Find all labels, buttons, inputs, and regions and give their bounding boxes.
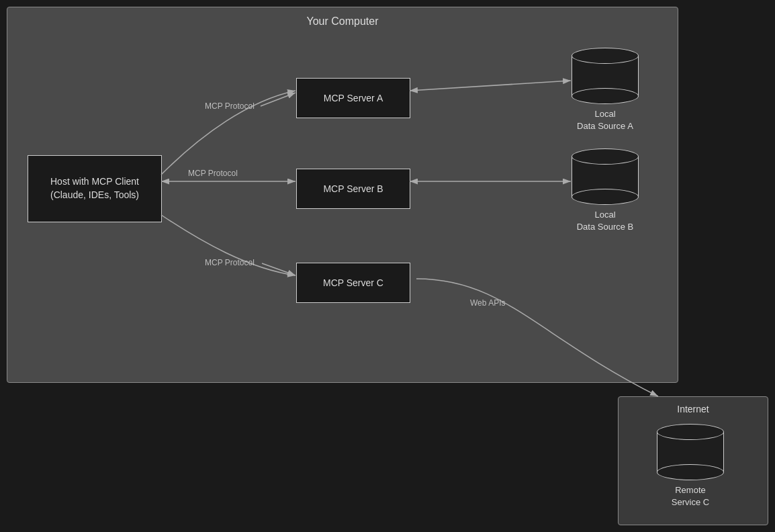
db-a-label: LocalData Source A: [572, 108, 639, 132]
internet-title: Internet: [677, 404, 709, 414]
remote-cyl-top: [657, 424, 724, 440]
db-b-wrapper: LocalData Source B: [572, 148, 639, 233]
server-b-label: MCP Server B: [323, 183, 383, 194]
db-a-wrapper: LocalData Source A: [572, 48, 639, 132]
computer-title: Your Computer: [306, 15, 378, 28]
server-a-box: MCP Server A: [296, 78, 410, 118]
remote-cyl-bottom: [657, 464, 724, 480]
host-box: Host with MCP Client(Claude, IDEs, Tools…: [28, 155, 162, 222]
server-b-box: MCP Server B: [296, 169, 410, 209]
db-a-bottom: [572, 88, 639, 104]
db-b-label: LocalData Source B: [572, 209, 639, 233]
server-c-label: MCP Server C: [323, 277, 383, 288]
db-a-top: [572, 48, 639, 64]
db-b-top: [572, 148, 639, 165]
computer-container: Your Computer Host with MCP Client(Claud…: [7, 7, 678, 383]
remote-service-wrapper: RemoteService C: [657, 424, 724, 508]
host-label: Host with MCP Client(Claude, IDEs, Tools…: [50, 175, 139, 202]
internet-container: Internet RemoteService C: [618, 396, 768, 525]
server-a-label: MCP Server A: [324, 93, 383, 103]
db-b-bottom: [572, 189, 639, 205]
server-c-box: MCP Server C: [296, 263, 410, 303]
remote-service-label: RemoteService C: [657, 484, 724, 508]
